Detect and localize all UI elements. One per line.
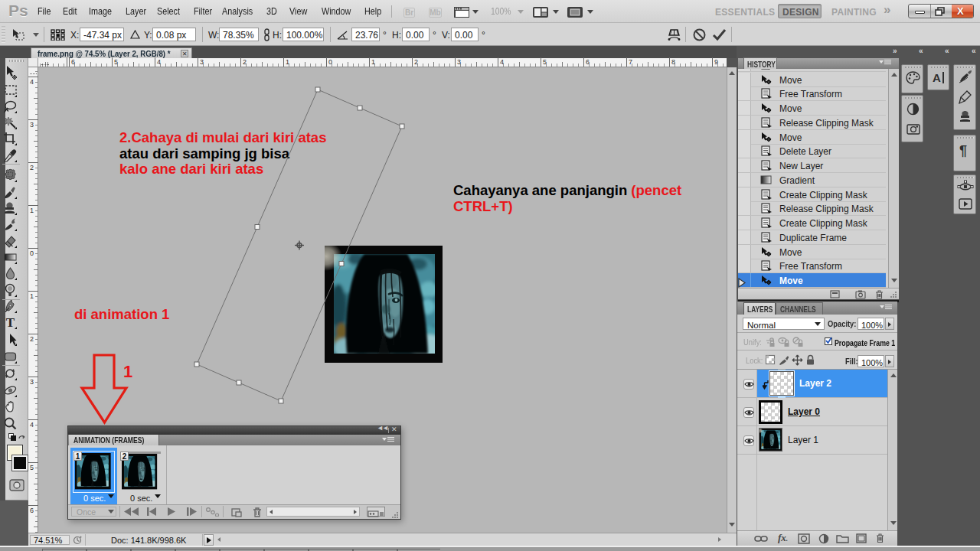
svg-text:T: T (6, 315, 15, 330)
